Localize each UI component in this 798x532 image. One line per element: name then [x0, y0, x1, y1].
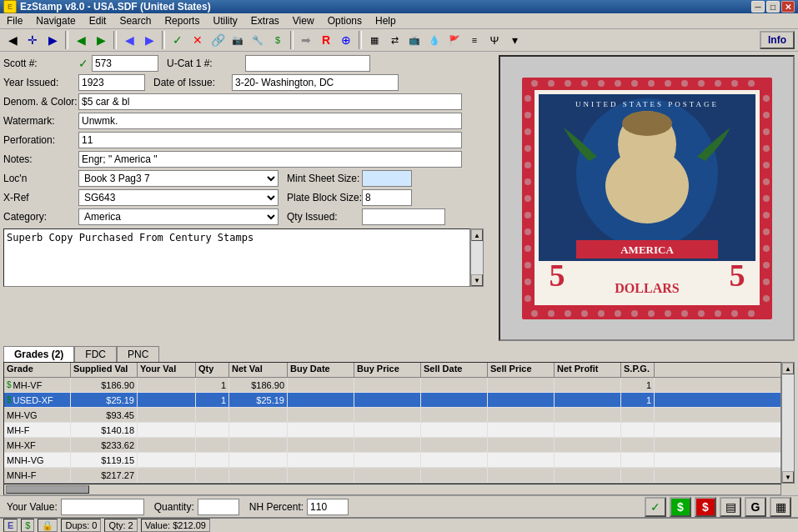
scott-row: Scott #: ✓ U-Cat 1 #: — [3, 55, 495, 72]
toolbar-camera[interactable]: 📷 — [228, 31, 247, 49]
grid-cell: $186.90 — [229, 378, 288, 392]
action-dollar-green-btn[interactable]: $ — [670, 497, 691, 517]
toolbar-green-left[interactable]: ◀ — [72, 31, 90, 49]
table-row[interactable]: MNH-F$217.27 — [4, 468, 780, 483]
denom-input[interactable] — [78, 93, 462, 110]
toolbar-blue-left[interactable]: ◀ — [120, 31, 138, 49]
notes-label: Notes: — [3, 153, 78, 165]
watermark-input[interactable] — [78, 113, 462, 129]
toolbar-right: Info — [760, 31, 795, 49]
menu-search[interactable]: Search — [113, 13, 158, 28]
plate-block-input[interactable] — [362, 189, 412, 206]
menu-reports[interactable]: Reports — [158, 13, 206, 28]
perf-input[interactable] — [78, 132, 462, 148]
toolbar-r[interactable]: R — [317, 31, 335, 49]
toolbar-exchange[interactable]: ⇄ — [385, 31, 404, 49]
tab-grades[interactable]: Grades (2) — [3, 346, 74, 362]
menu-navigate[interactable]: Navigate — [29, 13, 82, 28]
grid-cell: MNH-VG — [4, 453, 71, 467]
toolbar-arrow[interactable]: ➡ — [297, 31, 315, 49]
toolbar-water[interactable]: 💧 — [425, 31, 444, 49]
doi-input[interactable] — [232, 74, 399, 91]
toolbar-link[interactable]: 🔗 — [208, 31, 227, 49]
toolbar-tv[interactable]: 📺 — [405, 31, 424, 49]
toolbar-psi[interactable]: Ψ — [485, 31, 504, 49]
scroll-up[interactable]: ▲ — [471, 229, 483, 241]
grid-cell — [488, 378, 555, 392]
your-value-input[interactable] — [61, 499, 144, 515]
svg-point-25 — [715, 80, 721, 87]
year-input[interactable] — [78, 74, 145, 91]
action-g-btn[interactable]: G — [745, 497, 766, 517]
xref-select[interactable]: SG643 — [78, 189, 279, 206]
scroll-down[interactable]: ▼ — [471, 274, 483, 286]
maximize-button[interactable]: □ — [766, 1, 780, 13]
toolbar-back[interactable]: ◀ — [3, 31, 22, 49]
toolbar-bars[interactable]: ≡ — [465, 31, 484, 49]
table-row[interactable]: MH-F$140.18 — [4, 423, 780, 438]
toolbar-x[interactable]: ✕ — [188, 31, 207, 49]
toolbar-flag[interactable]: 🚩 — [445, 31, 464, 49]
grid-cell — [229, 453, 288, 467]
notes-input[interactable] — [78, 151, 462, 168]
grid-cell — [421, 453, 488, 467]
year-row: Year Issued: Date of Issue: — [3, 74, 495, 91]
locn-row: Loc'n Book 3 Pag3 7 Mint Sheet Size: — [3, 170, 495, 187]
mint-sheet-input[interactable] — [362, 170, 412, 187]
action-dollar-red-btn[interactable]: $ — [695, 497, 716, 517]
menu-options[interactable]: Options — [321, 13, 369, 28]
locn-select[interactable]: Book 3 Pag3 7 — [78, 170, 279, 187]
toolbar-check[interactable]: ✓ — [168, 31, 187, 49]
table-row[interactable]: MH-VG$93.45 — [4, 408, 780, 423]
ucat-input[interactable] — [245, 55, 370, 72]
toolbar-grid[interactable]: ▦ — [365, 31, 384, 49]
svg-point-52 — [524, 262, 531, 269]
hscroll-thumb[interactable] — [6, 485, 89, 494]
menu-help[interactable]: Help — [369, 13, 403, 28]
grid-cell: $93.45 — [71, 408, 138, 422]
svg-point-28 — [531, 310, 538, 317]
action-check-btn[interactable]: ✓ — [645, 497, 666, 517]
toolbar-dollar[interactable]: $ — [269, 31, 287, 49]
grid-cell — [354, 468, 421, 482]
table-row[interactable]: MH-XF$233.62 — [4, 438, 780, 453]
quantity-input[interactable] — [198, 499, 239, 515]
description-textarea[interactable]: Superb Copy Purchased From Century Stamp… — [3, 228, 470, 287]
svg-point-43 — [524, 112, 531, 118]
grid-vscroll: ▲ ▼ — [781, 362, 795, 484]
menu-edit[interactable]: Edit — [83, 13, 113, 28]
grid-cell — [488, 438, 555, 452]
title-bar-buttons: ─ □ ✕ — [751, 1, 795, 13]
grid-cell — [354, 378, 421, 392]
info-button[interactable]: Info — [760, 31, 795, 49]
toolbar-blue-right[interactable]: ▶ — [140, 31, 158, 49]
action-grid-btn[interactable]: ▦ — [770, 497, 791, 517]
vscroll-up[interactable]: ▲ — [782, 363, 794, 374]
action-film-btn[interactable]: ▤ — [720, 497, 741, 517]
menu-file[interactable]: File — [0, 13, 29, 28]
minimize-button[interactable]: ─ — [751, 1, 765, 13]
scott-input[interactable] — [92, 55, 158, 72]
category-select[interactable]: America — [78, 208, 279, 225]
qty-issued-input[interactable] — [362, 208, 445, 225]
toolbar-add[interactable]: ✛ — [23, 31, 42, 49]
toolbar-tool1[interactable]: 🔧 — [248, 31, 267, 49]
menu-utility[interactable]: Utility — [206, 13, 243, 28]
toolbar-forward[interactable]: ▶ — [43, 31, 62, 49]
toolbar-green-right[interactable]: ▶ — [92, 31, 110, 49]
menu-extras[interactable]: Extras — [244, 13, 286, 28]
nh-percent-input[interactable] — [307, 499, 349, 515]
vscroll-down[interactable]: ▼ — [782, 471, 794, 483]
table-row[interactable]: $USED-XF$25.191$25.191 — [4, 393, 780, 408]
tab-pnc[interactable]: PNC — [117, 346, 159, 362]
close-button[interactable]: ✕ — [781, 1, 795, 13]
perf-row: Perforation: — [3, 132, 495, 148]
table-row[interactable]: $MH-VF$186.901$186.901 — [4, 378, 780, 393]
tab-fdc[interactable]: FDC — [74, 346, 117, 362]
svg-point-61 — [763, 195, 770, 202]
toolbar-circle[interactable]: ⊕ — [337, 31, 355, 49]
svg-point-44 — [524, 128, 531, 135]
toolbar-dropdown[interactable]: ▾ — [505, 31, 524, 49]
menu-view[interactable]: View — [286, 13, 321, 28]
table-row[interactable]: MNH-VG$119.15 — [4, 453, 780, 468]
